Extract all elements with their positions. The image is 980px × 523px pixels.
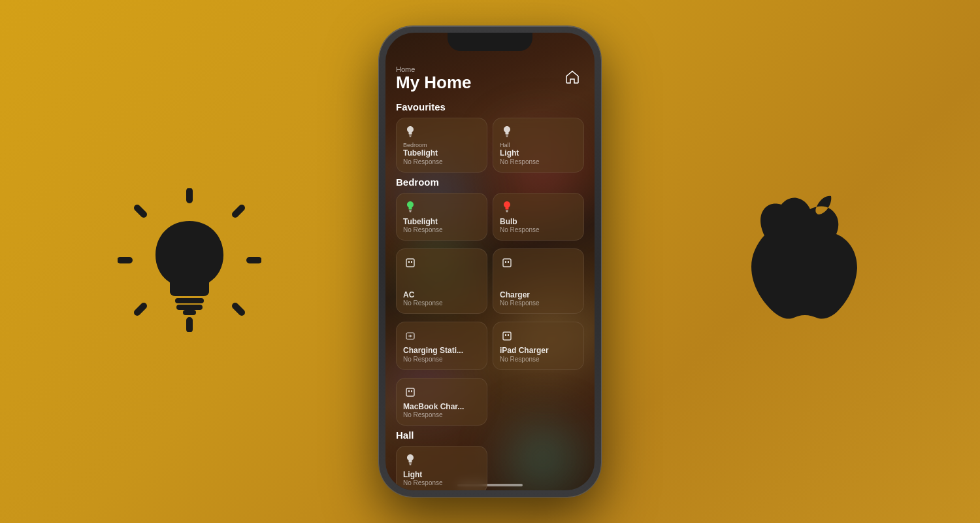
phone-device: Home My Home Favourites [379, 26, 601, 497]
plug-icon-ac [403, 256, 417, 270]
svg-line-7 [235, 306, 242, 312]
plug-icon-macbook [403, 385, 417, 399]
device-info-bed-1: Tubelight No Response [403, 217, 480, 233]
plug-icon-charger [500, 256, 514, 270]
favourites-section: Favourites [396, 101, 584, 173]
device-card-bed-7[interactable]: MacBook Char... No Response [396, 378, 487, 426]
device-info-bed-6: iPad Charger No Response [500, 346, 577, 362]
bedroom-section: Bedroom Tub [396, 177, 584, 426]
device-info-bed-4: Charger No Response [500, 290, 577, 307]
bedroom-grid-4: MacBook Char... No Response [396, 378, 584, 426]
hall-grid: Light No Response [396, 446, 584, 490]
bulb-icon-hall [403, 453, 417, 467]
apple-logo-decoration [732, 182, 862, 341]
device-card-hall-1[interactable]: Light No Response [396, 446, 487, 490]
device-info-bed-3: AC No Response [403, 290, 480, 307]
svg-rect-29 [505, 334, 506, 336]
device-card-bed-6[interactable]: iPad Charger No Response [493, 322, 584, 369]
svg-rect-32 [408, 390, 410, 392]
home-icon-button[interactable] [561, 65, 584, 89]
hall-section: Hall Light [396, 430, 584, 490]
bulb-icon-2 [500, 125, 514, 139]
svg-rect-14 [506, 136, 508, 137]
svg-rect-19 [406, 259, 414, 267]
bedroom-grid-3: Charging Stati... No Response [396, 322, 584, 369]
svg-rect-9 [176, 305, 203, 310]
svg-rect-17 [506, 210, 508, 211]
device-card-bed-4[interactable]: Charger No Response [493, 248, 584, 314]
device-info-fav-2: Hall Light No Response [500, 142, 577, 165]
svg-rect-8 [175, 298, 204, 303]
bedroom-title: Bedroom [396, 177, 584, 188]
svg-rect-10 [183, 310, 196, 315]
device-card-bed-3[interactable]: AC No Response [396, 248, 487, 314]
plug-icon-charging-station [403, 329, 417, 343]
svg-rect-30 [508, 334, 509, 336]
svg-rect-24 [508, 261, 509, 263]
screen-content: Home My Home Favourites [385, 33, 595, 490]
svg-rect-35 [410, 464, 412, 465]
svg-rect-15 [409, 210, 412, 211]
svg-rect-31 [406, 388, 414, 396]
phone-frame: Home My Home Favourites [379, 26, 601, 497]
device-card-bed-1[interactable]: Tubelight No Response [396, 193, 487, 241]
svg-rect-18 [506, 211, 508, 212]
device-info-fav-1: Bedroom Tubelight No Response [403, 142, 480, 165]
device-info-hall-1: Light No Response [403, 470, 480, 486]
svg-rect-20 [408, 261, 410, 263]
device-info-bed-7: MacBook Char... No Response [403, 402, 480, 418]
favourites-title: Favourites [396, 101, 584, 112]
svg-line-6 [137, 306, 144, 312]
bedroom-grid-1: Tubelight No Response [396, 193, 584, 241]
app-header: Home My Home [396, 65, 584, 92]
device-info-bed-2: Bulb No Response [500, 217, 577, 233]
svg-rect-22 [503, 259, 511, 267]
svg-rect-16 [410, 211, 412, 212]
svg-rect-28 [503, 332, 511, 340]
svg-rect-11 [409, 135, 412, 136]
svg-rect-34 [409, 463, 412, 464]
svg-rect-13 [506, 135, 508, 136]
svg-rect-12 [410, 136, 412, 137]
bulb-green-icon [403, 200, 417, 214]
home-title: My Home [396, 73, 472, 92]
device-card-bed-5[interactable]: Charging Stati... No Response [396, 322, 487, 369]
bedroom-grid-2: AC No Response [396, 248, 584, 314]
hall-title: Hall [396, 430, 584, 441]
svg-rect-23 [505, 261, 506, 263]
plug-icon-ipad [500, 329, 514, 343]
device-card-fav-2[interactable]: Hall Light No Response [493, 118, 584, 173]
svg-line-4 [137, 208, 144, 214]
device-card-fav-1[interactable]: Bedroom Tubelight No Response [396, 118, 487, 173]
svg-rect-33 [411, 390, 412, 392]
phone-screen: Home My Home Favourites [385, 33, 595, 490]
bulb-red-icon [500, 200, 514, 214]
device-info-bed-5: Charging Stati... No Response [403, 346, 480, 362]
header-left: Home My Home [396, 65, 472, 92]
lightbulb-decoration [118, 188, 261, 335]
favourites-grid: Bedroom Tubelight No Response [396, 118, 584, 173]
bulb-icon [403, 125, 417, 139]
device-card-bed-2[interactable]: Bulb No Response [493, 193, 584, 241]
svg-line-5 [235, 208, 242, 214]
svg-rect-21 [411, 261, 412, 263]
phone-notch [448, 33, 532, 51]
